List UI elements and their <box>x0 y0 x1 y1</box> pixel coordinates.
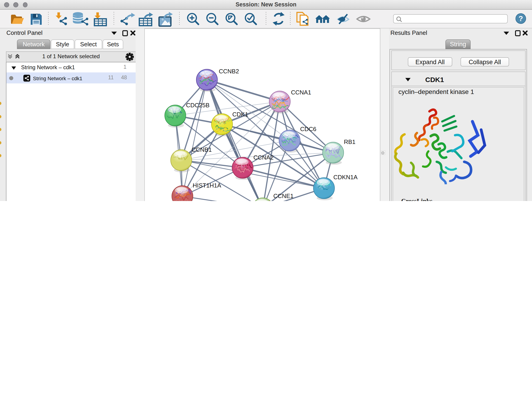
svg-text:CCNE1: CCNE1 <box>273 192 293 199</box>
svg-text:HIST1H1A: HIST1H1A <box>193 182 221 189</box>
svg-text:CDK1: CDK1 <box>232 111 248 118</box>
svg-text:CCNB2: CCNB2 <box>219 68 239 75</box>
svg-text:CCNA2: CCNA2 <box>253 154 273 161</box>
svg-text:RB1: RB1 <box>344 138 355 145</box>
svg-text:CDKN1A: CDKN1A <box>333 174 358 181</box>
svg-text:CDC25B: CDC25B <box>186 102 210 109</box>
svg-text:CDC6: CDC6 <box>300 126 317 133</box>
svg-text:CCNB1: CCNB1 <box>191 146 212 153</box>
svg-text:CCNA1: CCNA1 <box>291 89 311 96</box>
